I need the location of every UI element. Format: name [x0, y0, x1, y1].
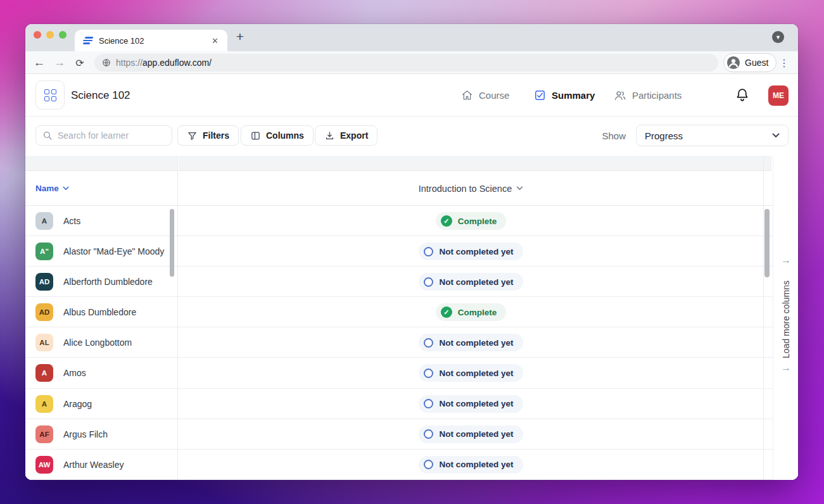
table-scrollbar[interactable] — [764, 209, 770, 277]
arrow-right-icon[interactable]: → — [773, 362, 798, 374]
table-row[interactable]: A Amos Not completed yet — [25, 358, 773, 388]
table-row[interactable]: AF Argus Filch Not completed yet — [25, 419, 773, 450]
avatar: A" — [35, 243, 53, 260]
page-title: Science 102 — [71, 74, 130, 117]
sort-chevron-icon — [63, 186, 69, 191]
status-cell: Not completed yet — [179, 327, 763, 358]
close-window-button[interactable] — [34, 31, 41, 39]
eduflow-favicon-icon — [82, 37, 94, 45]
avatar: AW — [35, 456, 53, 474]
browser-profile-chevron-icon[interactable]: ▼ — [772, 31, 784, 43]
status-cell: Not completed yet — [179, 450, 763, 480]
export-label: Export — [340, 130, 368, 141]
chevron-down-icon — [772, 133, 780, 138]
guest-profile-button[interactable]: Guest — [723, 53, 776, 72]
status-label: Not completed yet — [439, 369, 513, 378]
learner-name: Aragog — [63, 389, 92, 419]
name-column-header[interactable]: Name — [35, 171, 69, 206]
status-badge: Not completed yet — [419, 456, 523, 474]
avatar: A — [35, 395, 53, 413]
learner-name: Alice Longbottom — [63, 327, 132, 358]
export-button[interactable]: Export — [315, 125, 377, 146]
nav-item-summary[interactable]: Summary — [534, 74, 595, 117]
status-cell: Not completed yet — [179, 389, 763, 419]
table-rows: A Acts Complete A" Alastor "Mad-Eye" Moo… — [25, 206, 773, 480]
notifications-bell-button[interactable] — [735, 87, 750, 103]
search-icon — [42, 130, 53, 141]
learner-name: Argus Filch — [63, 419, 108, 450]
status-cell: Complete — [179, 297, 763, 327]
status-label: Not completed yet — [439, 247, 513, 256]
status-badge: Complete — [436, 303, 507, 321]
table-row[interactable]: AD Albus Dumbledore Complete — [25, 297, 773, 327]
status-badge: Not completed yet — [419, 395, 523, 413]
status-badge: Not completed yet — [419, 425, 523, 443]
status-icon — [441, 215, 452, 227]
learner-name: Arthur Weasley — [63, 450, 124, 480]
load-more-columns-strip[interactable]: → Load more columns → — [773, 156, 798, 480]
status-cell: Complete — [179, 206, 763, 236]
course-column-header[interactable]: Introduction to Science — [179, 171, 763, 206]
browser-tab[interactable]: Science 102 ✕ — [75, 30, 227, 51]
table-row[interactable]: AD Alberforth Dumbledore Not completed y… — [25, 267, 773, 297]
columns-label: Columns — [266, 130, 304, 141]
table-row[interactable]: AW Arthur Weasley Not completed yet — [25, 450, 773, 480]
browser-window: Science 102 ✕ + ▼ ← → ⟳ https://app.eduf… — [25, 24, 798, 480]
traffic-lights — [34, 31, 67, 39]
arrow-right-icon[interactable]: → — [773, 255, 798, 266]
search-input[interactable] — [58, 130, 159, 141]
status-label: Complete — [458, 308, 497, 317]
status-label: Not completed yet — [439, 277, 513, 287]
name-column-scrollbar[interactable] — [170, 209, 174, 277]
minimize-window-button[interactable] — [46, 31, 54, 39]
user-avatar[interactable]: ME — [768, 85, 789, 106]
nav-course-label: Course — [479, 90, 509, 101]
browser-menu-icon[interactable]: ⋮ — [776, 54, 792, 72]
filters-button[interactable]: Filters — [177, 125, 239, 146]
status-label: Not completed yet — [439, 429, 513, 439]
avatar: AD — [35, 273, 53, 291]
avatar: AF — [35, 425, 53, 443]
download-icon — [324, 130, 335, 141]
app-grid-menu-button[interactable] — [35, 80, 65, 110]
columns-icon — [250, 130, 261, 141]
table-row[interactable]: A Aragog Not completed yet — [25, 389, 773, 419]
filters-label: Filters — [203, 130, 229, 141]
back-button[interactable]: ← — [30, 54, 48, 72]
status-badge: Not completed yet — [419, 243, 523, 260]
progress-table: Name Introduction to Science A Acts — [25, 156, 798, 480]
eduflow-app: Science 102 Course Summary — [25, 74, 798, 480]
filter-icon — [187, 130, 198, 141]
forward-button[interactable]: → — [51, 54, 68, 72]
avatar: AD — [35, 303, 53, 321]
status-icon — [424, 247, 433, 256]
status-icon — [424, 277, 433, 287]
avatar: A — [35, 364, 53, 382]
table-row[interactable]: A Acts Complete — [25, 206, 773, 236]
course-column-label: Introduction to Science — [419, 184, 512, 194]
learner-name: Alastor "Mad-Eye" Moody — [63, 236, 164, 267]
table-row[interactable]: AL Alice Longbottom Not completed yet — [25, 327, 773, 358]
nav-item-participants[interactable]: Participants — [614, 74, 681, 117]
tab-close-icon[interactable]: ✕ — [209, 35, 221, 47]
zoom-window-button[interactable] — [59, 31, 67, 39]
address-bar[interactable]: https://app.eduflow.com/ — [94, 54, 718, 72]
table-row[interactable]: A" Alastor "Mad-Eye" Moody Not completed… — [25, 236, 773, 267]
table-toolbar: Filters Columns Export Show Progres — [25, 117, 798, 156]
table-band — [25, 156, 177, 171]
status-cell: Not completed yet — [179, 236, 763, 267]
learner-name: Amos — [63, 358, 86, 388]
nav-item-course[interactable]: Course — [461, 74, 509, 117]
reload-button[interactable]: ⟳ — [71, 54, 89, 72]
learner-name: Acts — [63, 206, 80, 236]
columns-button[interactable]: Columns — [241, 125, 314, 146]
status-label: Not completed yet — [439, 399, 513, 408]
new-tab-button[interactable]: + — [232, 28, 248, 45]
status-label: Complete — [458, 217, 497, 226]
progress-dropdown[interactable]: Progress — [636, 125, 789, 146]
status-badge: Complete — [436, 212, 507, 230]
nav-participants-label: Participants — [632, 90, 681, 101]
status-cell: Not completed yet — [179, 419, 763, 450]
name-header-label: Name — [35, 184, 59, 193]
learner-name: Alberforth Dumbledore — [63, 267, 153, 297]
